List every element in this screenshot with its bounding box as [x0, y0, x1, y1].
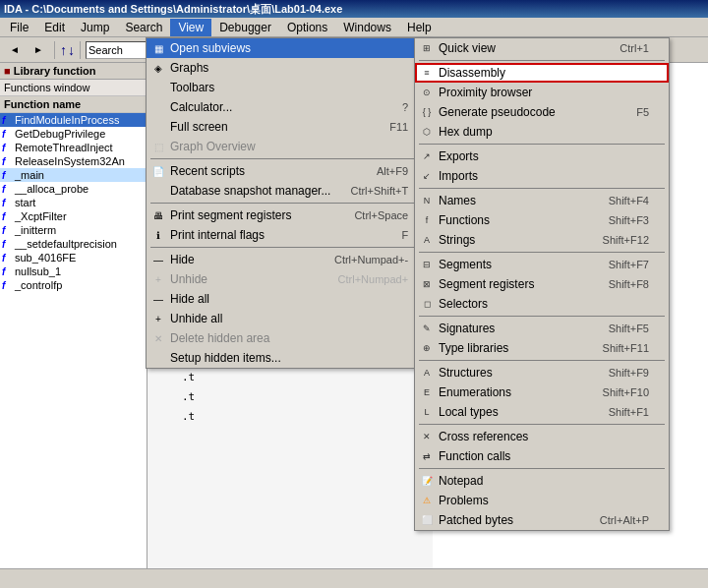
unhide-icon: + — [150, 271, 166, 287]
menu-hide[interactable]: — Hide Ctrl+Numpad+- — [147, 250, 428, 269]
menu-unhide-all[interactable]: + Unhide all — [147, 309, 428, 328]
subviews-submenu: ⊞ Quick view Ctrl+1 ≡ Disassembly ⊙ Prox… — [414, 37, 670, 531]
print-int-icon: ℹ — [150, 227, 166, 243]
calculator-shortcut: ? — [383, 101, 408, 113]
submenu-type-libraries[interactable]: ⊕ Type libraries Shift+F11 — [415, 338, 669, 358]
menu-db-snapshot[interactable]: Database snapshot manager... Ctrl+Shift+… — [147, 181, 428, 201]
view-menu-dropdown: ▦ Open subviews ▶ ◈ Graphs ▶ Toolbars Ca… — [146, 37, 429, 369]
hide-icon: — — [150, 252, 166, 267]
names-icon: N — [419, 193, 435, 208]
enumerations-shortcut: Shift+F10 — [583, 386, 649, 398]
submenu-segment-registers[interactable]: ⊠ Segment registers Shift+F8 — [415, 274, 669, 294]
strings-shortcut: Shift+F12 — [583, 234, 649, 246]
submenu-notepad[interactable]: 📝 Notepad — [415, 471, 669, 491]
menu-recent-scripts[interactable]: 📄 Recent scripts Alt+F9 — [147, 161, 428, 181]
strings-icon: A — [419, 232, 435, 248]
functions-shortcut: Shift+F3 — [589, 214, 649, 226]
print-int-shortcut: F — [382, 229, 408, 241]
notepad-icon: 📝 — [419, 473, 435, 489]
unhide-all-icon: + — [150, 311, 166, 326]
hide-shortcut: Ctrl+Numpad+- — [315, 254, 408, 265]
quick-view-shortcut: Ctrl+1 — [600, 42, 649, 54]
submenu-segments[interactable]: ⊟ Segments Shift+F7 — [415, 255, 669, 274]
submenu-sep-3 — [419, 252, 665, 253]
menu-unhide: + Unhide Ctrl+Numpad+ — [147, 269, 428, 289]
submenu-hex-dump[interactable]: ⬡ Hex dump — [415, 122, 669, 142]
imports-icon: ↙ — [419, 168, 435, 184]
submenu-proximity-browser[interactable]: ⊙ Proximity browser — [415, 83, 669, 102]
local-types-shortcut: Shift+F1 — [589, 406, 649, 418]
submenu-local-types[interactable]: L Local types Shift+F1 — [415, 402, 669, 422]
recent-scripts-shortcut: Alt+F9 — [357, 165, 408, 177]
submenu-imports[interactable]: ↙ Imports — [415, 166, 669, 186]
fullscreen-shortcut: F11 — [370, 121, 408, 133]
menu-calculator[interactable]: Calculator... ? — [147, 97, 428, 117]
submenu-disassembly[interactable]: ≡ Disassembly — [415, 63, 669, 83]
hex-dump-icon: ⬡ — [419, 124, 435, 140]
proximity-browser-icon: ⊙ — [419, 85, 435, 100]
exports-icon: ↗ — [419, 148, 435, 164]
submenu-exports[interactable]: ↗ Exports — [415, 147, 669, 166]
submenu-sep-5 — [419, 360, 665, 361]
submenu-signatures[interactable]: ✎ Signatures Shift+F5 — [415, 319, 669, 338]
dropdown-sep-2 — [150, 203, 424, 204]
names-shortcut: Shift+F4 — [589, 195, 649, 206]
dropdown-sep-1 — [150, 158, 424, 159]
graphs-icon: ◈ — [150, 60, 166, 76]
submenu-sep-4 — [419, 316, 665, 317]
segments-icon: ⊟ — [419, 257, 435, 272]
functions-icon: f — [419, 212, 435, 228]
submenu-problems[interactable]: ⚠ Problems — [415, 491, 669, 510]
submenu-structures[interactable]: A Structures Shift+F9 — [415, 363, 669, 382]
submenu-sep-7 — [419, 468, 665, 469]
menu-hide-all[interactable]: — Hide all — [147, 289, 428, 309]
open-subviews-icon: ▦ — [150, 40, 166, 56]
submenu-quick-view[interactable]: ⊞ Quick view Ctrl+1 — [415, 38, 669, 58]
menu-open-subviews[interactable]: ▦ Open subviews ▶ — [147, 38, 428, 58]
submenu-sep-2 — [419, 188, 665, 189]
seg-registers-shortcut: Shift+F8 — [589, 278, 649, 290]
menu-graphs[interactable]: ◈ Graphs ▶ — [147, 58, 428, 78]
submenu-selectors[interactable]: ◻ Selectors — [415, 294, 669, 314]
hide-all-icon: — — [150, 291, 166, 307]
pseudocode-shortcut: F5 — [617, 106, 649, 118]
local-types-icon: L — [419, 404, 435, 420]
menu-print-seg-regs[interactable]: 🖶 Print segment registers Ctrl+Space — [147, 206, 428, 225]
function-calls-icon: ⇄ — [419, 448, 435, 464]
submenu-sep-0 — [419, 60, 665, 61]
db-snapshot-shortcut: Ctrl+Shift+T — [330, 185, 408, 197]
submenu-names[interactable]: N Names Shift+F4 — [415, 191, 669, 210]
seg-registers-icon: ⊠ — [419, 276, 435, 292]
delete-hidden-icon: ✕ — [150, 330, 166, 346]
submenu-enumerations[interactable]: E Enumerations Shift+F10 — [415, 382, 669, 402]
selectors-icon: ◻ — [419, 296, 435, 312]
disassembly-icon: ≡ — [419, 65, 435, 81]
submenu-functions[interactable]: f Functions Shift+F3 — [415, 210, 669, 230]
patched-bytes-shortcut: Ctrl+Alt+P — [580, 514, 649, 526]
submenu-cross-references[interactable]: ✕ Cross references — [415, 427, 669, 446]
dropdown-sep-3 — [150, 247, 424, 248]
type-libraries-icon: ⊕ — [419, 340, 435, 356]
problems-icon: ⚠ — [419, 493, 435, 508]
submenu-function-calls[interactable]: ⇄ Function calls — [415, 446, 669, 466]
structures-shortcut: Shift+F9 — [589, 367, 649, 379]
recent-scripts-icon: 📄 — [150, 163, 166, 179]
submenu-patched-bytes[interactable]: ⬜ Patched bytes Ctrl+Alt+P — [415, 510, 669, 530]
submenu-sep-6 — [419, 424, 665, 425]
cross-references-icon: ✕ — [419, 429, 435, 444]
segments-shortcut: Shift+F7 — [589, 259, 649, 270]
submenu-strings[interactable]: A Strings Shift+F12 — [415, 230, 669, 250]
pseudocode-icon: { } — [419, 104, 435, 120]
menu-fullscreen[interactable]: Full screen F11 — [147, 117, 428, 137]
patched-bytes-icon: ⬜ — [419, 512, 435, 528]
type-libraries-shortcut: Shift+F11 — [583, 342, 649, 354]
signatures-icon: ✎ — [419, 321, 435, 336]
submenu-generate-pseudocode[interactable]: { } Generate pseudocode F5 — [415, 102, 669, 122]
submenu-sep-1 — [419, 144, 665, 145]
signatures-shortcut: Shift+F5 — [589, 323, 649, 334]
structures-icon: A — [419, 365, 435, 381]
menu-setup-hidden[interactable]: Setup hidden items... — [147, 348, 428, 368]
menu-toolbars[interactable]: Toolbars — [147, 78, 428, 97]
dropdown-overlay: ▦ Open subviews ▶ ◈ Graphs ▶ Toolbars Ca… — [0, 0, 708, 588]
menu-print-int-flags[interactable]: ℹ Print internal flags F — [147, 225, 428, 245]
